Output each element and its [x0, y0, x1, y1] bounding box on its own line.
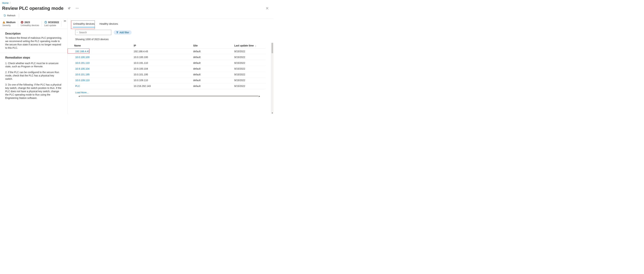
remediation-heading: Remediation steps	[5, 56, 62, 59]
device-last-update: 9/15/2022	[233, 66, 266, 72]
svg-point-2	[78, 8, 78, 9]
col-header-name[interactable]: Name	[73, 43, 132, 49]
pin-icon[interactable]	[67, 6, 72, 11]
table-row[interactable]: PLC10.216.292.143default9/15/2022	[73, 83, 266, 89]
table-row[interactable]: 10.0.191.11010.0.191.110default9/15/2022	[73, 60, 266, 66]
description-body: To reduce the threat of malicious PLC pr…	[5, 36, 62, 50]
warning-icon	[2, 21, 5, 24]
device-last-update: 9/15/2022	[233, 77, 266, 83]
vertical-scrollbar[interactable]: ▲ ▼	[271, 43, 274, 114]
device-name-link[interactable]: 10.0.109.110	[75, 79, 90, 82]
device-last-update: 9/15/2022	[233, 83, 266, 89]
last-update-card: 9/15/2022 Last update	[42, 21, 62, 27]
table-row[interactable]: 10.0.109.11010.0.109.110default9/15/2022	[73, 77, 266, 83]
search-input[interactable]	[75, 30, 111, 35]
device-name-link[interactable]: 10.9.100.104	[75, 67, 90, 70]
device-ip: 192.168.4.43	[132, 49, 192, 54]
remediation-step: 1. Check whether each PLC must be in uns…	[5, 62, 62, 68]
device-name-link[interactable]: 192.168.4.43	[75, 50, 90, 53]
device-last-update: 9/15/2022	[233, 49, 266, 54]
scroll-right-icon[interactable]: ▶	[258, 95, 260, 97]
device-last-update: 9/15/2022	[233, 54, 266, 60]
hscroll-track[interactable]	[80, 95, 258, 97]
search-field[interactable]	[79, 31, 110, 34]
remediation-step: 3. Do one of the following: If the PLC h…	[5, 83, 62, 100]
svg-rect-3	[4, 22, 4, 23]
description-heading: Description	[5, 32, 62, 35]
col-header-ip[interactable]: IP	[132, 43, 192, 49]
breadcrumb: Home 〉	[0, 0, 274, 5]
remediation-step: 2. If the PLC can be configured to the s…	[5, 71, 62, 81]
breadcrumb-home[interactable]: Home	[2, 2, 8, 4]
svg-point-1	[77, 8, 78, 9]
last-update-value: 9/15/2022	[48, 21, 59, 24]
device-last-update: 9/15/2022	[233, 72, 266, 77]
table-row[interactable]: 10.0.101.19510.0.101.195default9/15/2022	[73, 72, 266, 77]
tab-healthy[interactable]: Healthy devices	[99, 21, 118, 27]
svg-line-8	[77, 33, 78, 33]
severity-value: Medium	[6, 21, 16, 24]
device-site: default	[192, 83, 233, 89]
tabs: Unhealthy devices Healthy devices	[68, 19, 274, 27]
table-row[interactable]: 192.168.4.43192.168.4.43default9/15/2022	[73, 49, 266, 54]
load-more-link[interactable]: Load More...	[75, 91, 88, 94]
close-button[interactable]	[264, 6, 270, 11]
chevron-right-icon: 〉	[10, 2, 12, 4]
device-name-link[interactable]: PLC	[75, 85, 80, 87]
title-row: Review PLC operating mode	[0, 5, 274, 13]
scroll-left-icon[interactable]: ◀	[78, 95, 80, 97]
clock-icon	[44, 21, 47, 24]
device-name-link[interactable]: 10.0.191.110	[75, 62, 90, 64]
description-section: Description To reduce the threat of mali…	[0, 29, 67, 53]
refresh-button[interactable]: Refresh	[2, 14, 16, 18]
add-filter-button[interactable]: Add filter	[114, 30, 132, 35]
col-header-last-update[interactable]: Last update time ↓	[233, 43, 266, 49]
summary-strip: Medium Severity 2623 Unhealthy devices 9…	[0, 19, 67, 29]
device-ip: 10.0.191.110	[132, 60, 192, 66]
table-row[interactable]: 10.0.100.10010.0.100.100default9/15/2022	[73, 54, 266, 60]
unhealthy-value: 2623	[24, 21, 30, 24]
devices-pane: Unhealthy devices Healthy devices Add fi…	[68, 19, 274, 114]
device-ip: 10.9.100.104	[132, 66, 192, 72]
svg-point-0	[76, 8, 76, 9]
device-site: default	[192, 49, 233, 54]
filter-row: Add filter	[68, 27, 274, 36]
horizontal-scrollbar[interactable]: ◀ ▶	[78, 95, 260, 97]
overflow-chevron-icon[interactable]: ≫	[64, 20, 66, 22]
severity-card: Medium Severity	[2, 21, 18, 27]
details-pane: Medium Severity 2623 Unhealthy devices 9…	[0, 19, 68, 114]
refresh-label: Refresh	[7, 14, 16, 17]
unhealthy-label: Unhealthy devices	[21, 24, 39, 27]
showing-count: Showing 1000 of 2623 devices	[68, 36, 274, 43]
more-icon[interactable]	[75, 6, 80, 11]
scroll-down-icon[interactable]: ▼	[271, 112, 274, 114]
col-header-last-update-label: Last update time	[234, 44, 254, 47]
vscroll-thumb[interactable]	[272, 43, 273, 53]
device-name-link[interactable]: 10.0.101.195	[75, 73, 90, 76]
device-ip: 10.0.101.195	[132, 72, 192, 77]
unhealthy-card: 2623 Unhealthy devices	[18, 21, 42, 27]
device-site: default	[192, 66, 233, 72]
device-site: default	[192, 60, 233, 66]
error-icon	[21, 21, 24, 24]
refresh-icon	[4, 14, 6, 17]
svg-point-7	[77, 32, 78, 33]
device-name-link[interactable]: 10.0.100.100	[75, 56, 90, 59]
device-last-update: 9/15/2022	[233, 60, 266, 66]
search-icon	[77, 31, 78, 34]
device-site: default	[192, 77, 233, 83]
device-site: default	[192, 72, 233, 77]
add-filter-label: Add filter	[120, 31, 129, 34]
col-header-site[interactable]: Site	[192, 43, 233, 49]
device-ip: 10.0.100.100	[132, 54, 192, 60]
device-site: default	[192, 54, 233, 60]
tab-unhealthy[interactable]: Unhealthy devices	[73, 21, 95, 27]
devices-table: Name IP Site Last update time ↓ 192.168.…	[68, 43, 271, 114]
severity-label: Severity	[2, 24, 16, 27]
remediation-section: Remediation steps 1. Check whether each …	[0, 53, 67, 105]
page-title: Review PLC operating mode	[2, 6, 64, 11]
table-row[interactable]: 10.9.100.10410.9.100.104default9/15/2022	[73, 66, 266, 72]
device-ip: 10.0.109.110	[132, 77, 192, 83]
device-ip: 10.216.292.143	[132, 83, 192, 89]
svg-rect-4	[4, 23, 4, 23]
